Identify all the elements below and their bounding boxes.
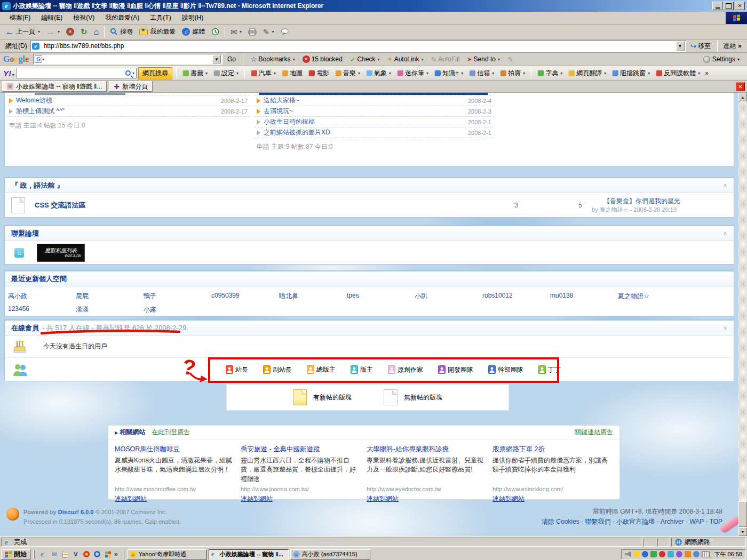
mail-button[interactable]: [227, 25, 245, 38]
tray-icon-teal[interactable]: [667, 551, 674, 557]
last-post-title-link[interactable]: 【音樂盒】你們是我的星光: [592, 197, 738, 206]
refresh-button[interactable]: [77, 25, 91, 38]
scroll-down-button[interactable]: ▼: [738, 527, 747, 536]
keyword-ads-link[interactable]: 關鍵連結廣告: [575, 428, 613, 437]
scroll-up-button[interactable]: ▲: [738, 93, 747, 101]
taskbar-task-chat[interactable]: 高小政 (asd7374415): [290, 549, 370, 559]
space-user-link[interactable]: 小露: [144, 305, 211, 314]
ad-visit-link[interactable]: 連結到網站: [367, 495, 399, 502]
spellcheck-button[interactable]: Check: [347, 55, 383, 64]
yahoo-dictionary-button[interactable]: 字典: [535, 68, 565, 78]
google-search-input[interactable]: G▾▼: [33, 54, 222, 65]
popup-blocker-button[interactable]: 15 blocked: [300, 55, 345, 63]
forum-name-link[interactable]: CSS 交流語法區: [35, 201, 85, 210]
tray-icon-steel[interactable]: [693, 551, 700, 557]
clear-cookies-link[interactable]: 清除 Cookies: [542, 518, 579, 525]
space-user-link[interactable]: 123456: [8, 305, 76, 314]
home-button[interactable]: [91, 25, 102, 38]
quicklaunch-shield-icon[interactable]: V: [71, 550, 80, 558]
history-button[interactable]: [208, 25, 222, 38]
wap-link[interactable]: WAP: [689, 518, 704, 525]
send-to-button[interactable]: Send to: [464, 55, 503, 63]
taskbar-task-messenger[interactable]: Yahoo!奇摩即時通: [127, 549, 207, 559]
quicklaunch-notes-icon[interactable]: [61, 550, 69, 558]
messenger-button[interactable]: [277, 25, 292, 38]
quicklaunch-paint-icon[interactable]: [82, 550, 91, 558]
menu-file[interactable]: 檔案(F): [4, 12, 36, 24]
close-button[interactable]: [735, 2, 745, 10]
volume-tray-icon[interactable]: [625, 551, 631, 557]
tray-icon-green[interactable]: [650, 551, 657, 557]
minimize-button[interactable]: [712, 2, 722, 10]
google-search-dropdown[interactable]: ▼: [212, 55, 221, 63]
tab-active[interactable]: 小政娛樂論壇 -- 寵物 ‖遊戲 ‖...: [2, 81, 107, 92]
media-button[interactable]: 媒體: [179, 25, 208, 38]
autofill-button[interactable]: AutoFill: [428, 55, 462, 64]
yahoo-logo[interactable]: Y!: [3, 69, 14, 78]
space-user-link[interactable]: mu0138: [550, 292, 618, 301]
ad-title-link[interactable]: MOSOR馬仕得咖啡豆: [115, 445, 234, 454]
keyboard-language-icon[interactable]: [702, 551, 710, 557]
menu-help[interactable]: 說明(H): [177, 12, 209, 24]
ad-title-link[interactable]: 喬安旅遊 - 金典中國新遊蹤: [241, 445, 360, 454]
tray-icon-red[interactable]: [659, 551, 665, 557]
yahoo-translate-button[interactable]: 網頁翻譯: [566, 68, 608, 78]
yahoo-auction-button[interactable]: 拍賣: [498, 68, 527, 78]
back-button[interactable]: 上一頁: [2, 25, 43, 38]
print-button[interactable]: [245, 25, 260, 38]
yahoo-minipen-button[interactable]: 迷你筆: [395, 68, 431, 78]
go-button[interactable]: 移至: [686, 42, 716, 51]
collapse-icon[interactable]: ∧: [723, 182, 727, 189]
ad-title-link[interactable]: 股票網路下單 2折: [492, 445, 612, 454]
yahoo-settings-button[interactable]: 設定: [211, 68, 241, 78]
space-user-link[interactable]: 鴨子: [144, 292, 211, 301]
highlighter-button[interactable]: [505, 55, 516, 64]
space-user-link[interactable]: 漢漢: [76, 305, 144, 314]
yahoo-weather-button[interactable]: 氣象: [364, 68, 393, 78]
google-bookmarks-button[interactable]: Bookmarks: [248, 54, 298, 64]
google-settings-button[interactable]: Settings▾: [703, 55, 744, 63]
tray-icon-orange[interactable]: [685, 551, 691, 557]
tray-icon-purple[interactable]: [676, 551, 682, 557]
thread-link[interactable]: Welome游標: [16, 96, 218, 105]
official-forum-link[interactable]: 小政官方論壇: [616, 518, 655, 525]
thread-link[interactable]: 送給大家搭~: [264, 96, 465, 105]
menu-edit[interactable]: 編輯(E): [36, 12, 68, 24]
links-button[interactable]: 連結»: [720, 42, 745, 51]
menu-view[interactable]: 檢視(V): [68, 12, 100, 24]
menu-favorites[interactable]: 我的最愛(A): [100, 12, 145, 24]
google-go-button[interactable]: Go: [225, 55, 239, 63]
contact-us-link[interactable]: 聯繫我們: [585, 518, 610, 525]
discuz-link[interactable]: Discuz! 6.0.0: [58, 509, 94, 515]
search-button[interactable]: 搜尋: [107, 25, 136, 38]
collapse-icon[interactable]: ∨: [723, 324, 727, 331]
yahoo-web-search-button[interactable]: 網頁搜尋: [138, 67, 172, 79]
autolink-button[interactable]: AutoLink: [385, 55, 426, 63]
quicklaunch-grid-icon[interactable]: [104, 550, 112, 558]
yahoo-maps-button[interactable]: 地圖: [280, 68, 305, 78]
space-user-link[interactable]: 高小政: [8, 292, 76, 301]
yahoo-knowledge-button[interactable]: 知識+: [432, 68, 465, 78]
address-input[interactable]: e http://bbs.tw789.net/bbs.php ▼: [30, 41, 686, 52]
space-user-link[interactable]: 小趴: [415, 292, 482, 301]
edit-button[interactable]: [260, 25, 277, 38]
scrollbar-thumb[interactable]: [738, 501, 747, 527]
tray-icon-blue[interactable]: [642, 551, 648, 557]
new-tab-button[interactable]: ✚新增分頁: [109, 81, 153, 92]
yahoo-bookmarks-button[interactable]: 書籤: [180, 68, 210, 78]
vertical-scrollbar[interactable]: ▲ ▼: [738, 93, 747, 536]
menu-tools[interactable]: 工具(T): [145, 12, 176, 24]
maximize-button[interactable]: [724, 2, 734, 10]
space-user-link[interactable]: 喵北鼻: [279, 292, 347, 301]
quicklaunch-ie-icon[interactable]: e: [39, 550, 48, 558]
top-link[interactable]: TOP: [710, 518, 722, 525]
messenger-tray-icon[interactable]: [633, 551, 640, 557]
yahoo-search-input[interactable]: ▾: [17, 68, 137, 78]
yahoo-cars-button[interactable]: 汽車: [249, 68, 278, 78]
yahoo-more-button[interactable]: »: [705, 69, 709, 77]
thread-link[interactable]: 去清境玩~: [264, 107, 465, 116]
collapse-icon[interactable]: ∧: [723, 230, 727, 237]
start-button[interactable]: 開始: [1, 549, 30, 559]
thread-link[interactable]: 之前網站被抓的圖片XD: [264, 128, 465, 137]
quicklaunch-more-chevron[interactable]: »: [114, 550, 118, 558]
